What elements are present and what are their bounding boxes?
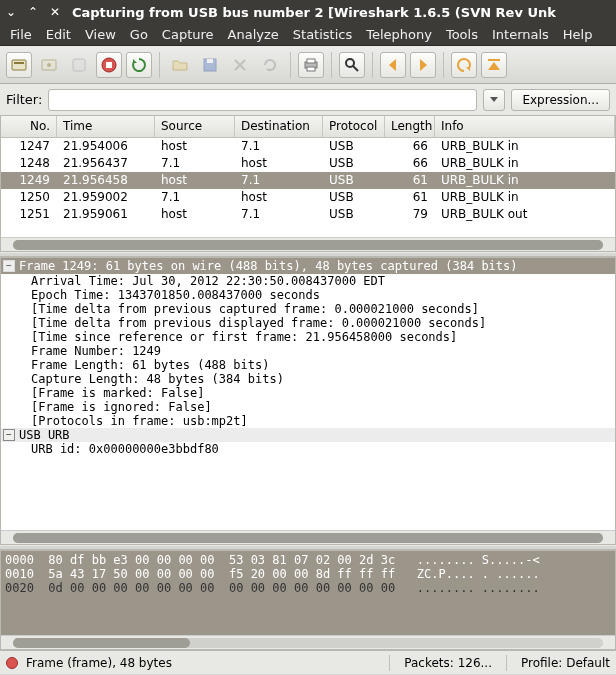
cell: host	[155, 172, 235, 189]
packet-bytes: 0000 80 df bb e3 00 00 00 00 53 03 81 07…	[0, 550, 616, 650]
detail-line[interactable]: [Time since reference or first frame: 21…	[1, 330, 615, 344]
start-icon[interactable]	[66, 52, 92, 78]
hex-line[interactable]: 0010 5a 43 17 50 00 00 00 00 f5 20 00 00…	[5, 567, 611, 581]
find-icon[interactable]	[339, 52, 365, 78]
cell: URB_BULK in	[435, 138, 615, 155]
hex-scrollbar[interactable]	[1, 635, 615, 649]
detail-line[interactable]: Arrival Time: Jul 30, 2012 22:30:50.0084…	[1, 274, 615, 288]
capture-indicator-icon[interactable]	[6, 657, 18, 669]
hex-line[interactable]: 0000 80 df bb e3 00 00 00 00 53 03 81 07…	[5, 553, 611, 567]
save-icon	[197, 52, 223, 78]
menu-edit[interactable]: Edit	[40, 25, 77, 44]
back-icon[interactable]	[380, 52, 406, 78]
scrollbar-track[interactable]	[13, 533, 603, 543]
cell: URB_BULK in	[435, 189, 615, 206]
col-len[interactable]: Length	[385, 116, 435, 137]
top-icon[interactable]	[481, 52, 507, 78]
table-row[interactable]: 124921.956458host7.1USB61URB_BULK in	[1, 172, 615, 189]
cell: host	[155, 206, 235, 223]
cell: 21.959002	[57, 189, 155, 206]
close-file-icon	[227, 52, 253, 78]
collapse-icon[interactable]: −	[3, 260, 15, 272]
menu-help[interactable]: Help	[557, 25, 599, 44]
packet-list-body[interactable]: 124721.954006host7.1USB66URB_BULK in1248…	[1, 138, 615, 237]
menu-view[interactable]: View	[79, 25, 122, 44]
stop-icon[interactable]	[96, 52, 122, 78]
forward-icon[interactable]	[410, 52, 436, 78]
options-icon[interactable]	[36, 52, 62, 78]
cell: 21.954006	[57, 138, 155, 155]
menu-file[interactable]: File	[4, 25, 38, 44]
packet-list-scrollbar[interactable]	[1, 237, 615, 251]
frame-header-row[interactable]: − Frame 1249: 61 bytes on wire (488 bits…	[1, 258, 615, 274]
detail-line[interactable]: Epoch Time: 1343701850.008437000 seconds	[1, 288, 615, 302]
scrollbar-track[interactable]	[13, 638, 603, 648]
cell: 1249	[1, 172, 57, 189]
cell: 66	[385, 155, 435, 172]
details-scrollbar[interactable]	[1, 530, 615, 544]
jump-icon[interactable]	[451, 52, 477, 78]
filter-dropdown[interactable]	[483, 89, 505, 111]
cell: 1251	[1, 206, 57, 223]
close-icon[interactable]: ✕	[48, 5, 62, 19]
table-row[interactable]: 124721.954006host7.1USB66URB_BULK in	[1, 138, 615, 155]
minimize-icon[interactable]: ⌄	[4, 5, 18, 19]
cell: host	[235, 155, 323, 172]
menu-tools[interactable]: Tools	[440, 25, 484, 44]
col-proto[interactable]: Protocol	[323, 116, 385, 137]
detail-line[interactable]: [Time delta from previous captured frame…	[1, 302, 615, 316]
detail-line[interactable]: Frame Number: 1249	[1, 344, 615, 358]
packet-details-body[interactable]: − Frame 1249: 61 bytes on wire (488 bits…	[1, 258, 615, 530]
scrollbar-thumb[interactable]	[13, 638, 190, 648]
menu-go[interactable]: Go	[124, 25, 154, 44]
status-frame: Frame (frame), 48 bytes	[26, 656, 172, 670]
cell: URB_BULK in	[435, 172, 615, 189]
table-row[interactable]: 124821.9564377.1hostUSB66URB_BULK in	[1, 155, 615, 172]
scrollbar-thumb[interactable]	[13, 240, 603, 250]
detail-line[interactable]: [Frame is marked: False]	[1, 386, 615, 400]
menu-statistics[interactable]: Statistics	[287, 25, 358, 44]
table-row[interactable]: 125121.959061host7.1USB79URB_BULK out	[1, 206, 615, 223]
scrollbar-track[interactable]	[13, 240, 603, 250]
col-dest[interactable]: Destination	[235, 116, 323, 137]
usb-header-row[interactable]: − USB URB	[1, 428, 615, 442]
col-info[interactable]: Info	[435, 116, 615, 137]
detail-line[interactable]: [Time delta from previous displayed fram…	[1, 316, 615, 330]
print-icon[interactable]	[298, 52, 324, 78]
detail-line[interactable]: [Protocols in frame: usb:mp2t]	[1, 414, 615, 428]
scrollbar-thumb[interactable]	[13, 533, 603, 543]
cell: 1250	[1, 189, 57, 206]
expression-label: Expression...	[522, 93, 599, 107]
detail-line[interactable]: Frame Length: 61 bytes (488 bits)	[1, 358, 615, 372]
collapse-icon[interactable]: −	[3, 429, 15, 441]
menu-analyze[interactable]: Analyze	[222, 25, 285, 44]
packet-bytes-body[interactable]: 0000 80 df bb e3 00 00 00 00 53 03 81 07…	[1, 551, 615, 635]
toolbar-sep	[290, 52, 291, 78]
toolbar	[0, 46, 616, 84]
maximize-icon[interactable]: ⌃	[26, 5, 40, 19]
menu-capture[interactable]: Capture	[156, 25, 220, 44]
detail-line[interactable]: Capture Length: 48 bytes (384 bits)	[1, 372, 615, 386]
restart-icon[interactable]	[126, 52, 152, 78]
cell: 7.1	[155, 155, 235, 172]
svg-rect-11	[307, 67, 315, 71]
interfaces-icon[interactable]	[6, 52, 32, 78]
detail-line[interactable]: [Frame is ignored: False]	[1, 400, 615, 414]
cell: 21.959061	[57, 206, 155, 223]
cell: USB	[323, 172, 385, 189]
expression-button[interactable]: Expression...	[511, 89, 610, 111]
cell: 79	[385, 206, 435, 223]
col-source[interactable]: Source	[155, 116, 235, 137]
menu-telephony[interactable]: Telephony	[360, 25, 438, 44]
status-profile: Profile: Default	[521, 656, 610, 670]
col-time[interactable]: Time	[57, 116, 155, 137]
detail-line[interactable]: URB id: 0x00000000e3bbdf80	[1, 442, 615, 456]
filter-input[interactable]	[48, 89, 477, 111]
toolbar-sep	[331, 52, 332, 78]
hex-line[interactable]: 0020 0d 00 00 00 00 00 00 00 00 00 00 00…	[5, 581, 611, 595]
open-icon	[167, 52, 193, 78]
col-no[interactable]: No.	[1, 116, 57, 137]
table-row[interactable]: 125021.9590027.1hostUSB61URB_BULK in	[1, 189, 615, 206]
menu-internals[interactable]: Internals	[486, 25, 555, 44]
titlebar: ⌄ ⌃ ✕ Capturing from USB bus number 2 [W…	[0, 0, 616, 24]
